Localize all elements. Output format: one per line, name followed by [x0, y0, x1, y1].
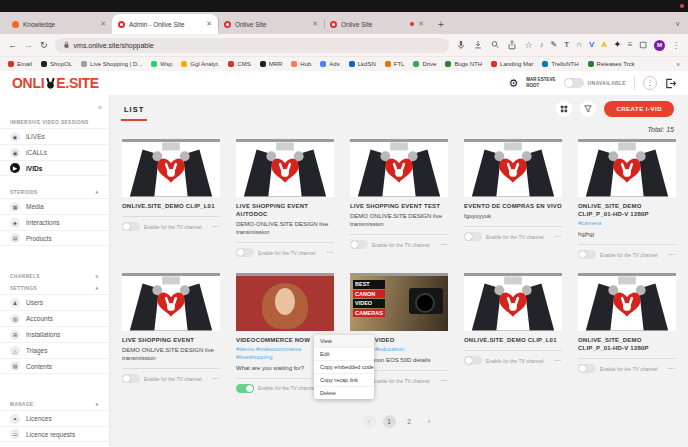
extension-icon[interactable]: ∩ — [576, 40, 582, 50]
card-menu-icon[interactable]: ⋯ — [554, 233, 562, 241]
reading-list-icon[interactable]: ≡ — [628, 40, 633, 50]
ivid-card[interactable]: ONLIVE.SITE_DEMO CLIP_L01 Enable for the… — [464, 273, 562, 365]
refresh-icon[interactable]: ↻ — [40, 40, 48, 50]
sidebar-section-header[interactable]: CHANNELS ∨ — [0, 270, 109, 282]
sidebar-section-header[interactable]: SETTINGS ∧ — [0, 282, 109, 294]
sidebar-item-ivids[interactable]: ▶ iVIDs — [0, 160, 109, 176]
sidebar-collapse-icon[interactable]: » — [98, 104, 102, 111]
bookmark[interactable]: FTL — [385, 61, 405, 67]
bookmark[interactable]: Drive — [413, 61, 436, 67]
bookmark-star-icon[interactable]: ☆ — [524, 40, 532, 50]
extension-icon[interactable]: ♪ — [540, 40, 544, 50]
video-thumbnail[interactable] — [122, 273, 220, 331]
extension-icon[interactable]: T — [564, 40, 569, 50]
card-menu-icon[interactable]: ⋯ — [554, 357, 562, 365]
grid-view-icon[interactable] — [556, 101, 572, 117]
profile-avatar[interactable]: M — [654, 40, 665, 51]
page-2-button[interactable]: 2 — [403, 415, 416, 428]
bookmark[interactable]: Ads — [320, 61, 339, 67]
tv-channel-toggle[interactable] — [464, 232, 482, 241]
bookmark[interactable]: Releases Trck — [588, 61, 635, 67]
settings-gear-icon[interactable]: ⚙ — [508, 77, 518, 89]
bookmark[interactable]: MRR — [260, 61, 283, 67]
card-menu-icon[interactable]: ⋯ — [440, 377, 448, 385]
video-thumbnail[interactable] — [578, 273, 676, 331]
mic-icon[interactable] — [456, 40, 466, 50]
video-thumbnail[interactable]: BEST CANON VIDEO CAMERAS — [350, 273, 448, 331]
card-menu-icon[interactable]: ⋯ — [668, 251, 676, 259]
sidebar-section-header[interactable]: IMMERSIVE VIDEO SESSIONS — [0, 117, 109, 128]
sidebar-item-media[interactable]: ▦ Media — [0, 198, 109, 214]
card-hashtags[interactable]: #camera — [578, 220, 676, 228]
ivid-card[interactable]: EVENTO DE COMPRAS EN VIVO fguyuyyuk Enab… — [464, 139, 562, 241]
bookmark[interactable]: LkdSN — [349, 61, 376, 67]
bookmark[interactable]: Hub — [291, 61, 311, 67]
card-menu-icon[interactable]: ⋯ — [668, 365, 676, 373]
sidebar-section-header[interactable]: STEROIDS ∧ — [0, 186, 109, 198]
video-thumbnail[interactable] — [578, 139, 676, 197]
video-thumbnail[interactable] — [122, 139, 220, 197]
tv-channel-toggle[interactable] — [122, 374, 140, 383]
tv-channel-toggle[interactable] — [464, 356, 482, 365]
bookmark[interactable]: TrelloNTH — [542, 61, 578, 67]
sidebar-item-accounts[interactable]: ▥ Accounts — [0, 310, 109, 326]
card-menu-icon[interactable]: ⋯ — [212, 375, 220, 383]
sidebar-item-icalls[interactable]: ▣ iCALLs — [0, 144, 109, 160]
bookmark[interactable]: Email — [8, 61, 32, 67]
sidebar-section-header[interactable]: MANAGE ∧ — [0, 398, 109, 410]
menu-item-delete[interactable]: Delete — [314, 387, 374, 399]
bookmarks-overflow-icon[interactable]: » — [676, 61, 680, 68]
browser-menu-icon[interactable]: ⋮ — [672, 41, 680, 50]
ivid-card[interactable]: ONLIVE_SITE_DEMO CLIP_P_01-HD-V 1280P En… — [578, 273, 676, 373]
back-icon[interactable]: ← — [8, 40, 17, 50]
tab-list-chevron-icon[interactable]: ∨ — [675, 20, 680, 34]
logout-icon[interactable] — [665, 78, 676, 89]
tab-close-icon[interactable]: ✕ — [206, 20, 212, 28]
ivid-card[interactable]: LIVE SHOPPING EVENT TEST DEMO ONLIVE.SIT… — [350, 139, 448, 249]
menu-item-view[interactable]: View — [314, 335, 374, 348]
side-panel-icon[interactable]: ▢ — [639, 40, 647, 50]
bookmark[interactable]: Bugs NTH — [445, 61, 482, 67]
video-thumbnail[interactable] — [464, 273, 562, 331]
install-icon[interactable] — [473, 40, 483, 50]
forward-icon[interactable]: → — [24, 40, 33, 50]
sidebar-item-products[interactable]: ▤ Products — [0, 230, 109, 246]
sidebar-item-ilives[interactable]: ◉ iLIVEs — [0, 128, 109, 144]
extension-icon[interactable]: A — [601, 40, 607, 50]
bookmark[interactable]: CMS — [228, 61, 250, 67]
menu-item-edit[interactable]: Edit — [314, 348, 374, 361]
tv-channel-toggle[interactable] — [578, 364, 596, 373]
tab-onlive-site-2[interactable]: Onlive Site ✕ — [324, 14, 430, 34]
sidebar-item-triages[interactable]: △ Triages — [0, 342, 109, 358]
extension-icon[interactable]: V — [589, 40, 594, 50]
video-thumbnail[interactable] — [350, 139, 448, 197]
user-info[interactable]: MAR ESTEVE ROOT — [526, 77, 555, 89]
bookmark[interactable]: Wsp — [151, 61, 172, 67]
menu-item-copy-recap-link[interactable]: Copy recap link — [314, 374, 374, 387]
card-menu-icon[interactable]: ⋯ — [440, 241, 448, 249]
ivid-card[interactable]: LIVE SHOPPING EVENT AUTODOC DEMO-ONLIVE.… — [236, 139, 334, 257]
tab-close-icon[interactable]: ✕ — [418, 20, 424, 28]
card-menu-icon[interactable]: ⋯ — [212, 223, 220, 231]
tab-knowledge[interactable]: Knowledge ✕ — [6, 14, 112, 34]
sidebar-item-installations[interactable]: ⊞ Installations — [0, 326, 109, 342]
prev-page-button[interactable]: ‹ — [363, 415, 376, 428]
tv-channel-toggle-on[interactable] — [236, 384, 254, 393]
tv-channel-toggle[interactable] — [578, 250, 596, 259]
tab-list[interactable]: LIST — [124, 105, 144, 114]
card-menu-icon[interactable]: ⋯ — [326, 249, 334, 257]
tab-admin-onlive-site[interactable]: Admin - Onlive Site ✕ — [112, 14, 218, 34]
bookmark[interactable]: Ggl Analyt. — [181, 61, 219, 67]
filter-icon[interactable] — [580, 101, 596, 117]
bookmark[interactable]: Landing Mar — [491, 61, 533, 67]
extension-icon[interactable]: ✎ — [551, 40, 558, 50]
tab-close-icon[interactable]: ✕ — [312, 20, 318, 28]
onlive-site-logo[interactable]: ONLI E.SITE — [12, 75, 99, 91]
tab-onlive-site[interactable]: Onlive Site ✕ — [218, 14, 324, 34]
ivid-card[interactable]: ONLIVE_SITE_DEMO CLIP_P_01-HD-V 1280P #c… — [578, 139, 676, 259]
availability-toggle[interactable] — [564, 78, 584, 88]
address-bar[interactable]: vms.onlive.site/shoppable — [55, 38, 450, 53]
ivid-card[interactable]: LIVE SHOPPING EVENT DEMO ONLIVE.SITE DES… — [122, 273, 220, 383]
tv-channel-toggle[interactable] — [122, 222, 140, 231]
tv-channel-toggle[interactable] — [350, 240, 368, 249]
